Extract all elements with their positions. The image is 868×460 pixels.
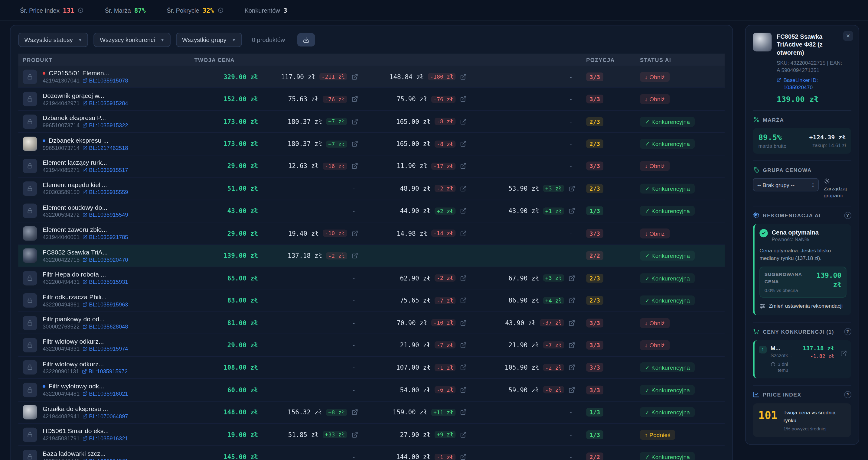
table-row[interactable]: Element łączący rurk... 421944085271 BL:… bbox=[18, 155, 725, 178]
table-row[interactable]: Filtr piankowy do od... 300002763522 BL:… bbox=[18, 312, 725, 334]
baselinker-link[interactable]: BL:1035915517 bbox=[82, 167, 128, 173]
competitors-filter-select[interactable]: Wszyscy konkurenci ▼ bbox=[94, 33, 170, 47]
external-link-icon[interactable] bbox=[460, 96, 467, 102]
info-icon[interactable] bbox=[217, 7, 223, 13]
external-link-icon[interactable] bbox=[460, 73, 467, 80]
competitor-price: 180.37 zł bbox=[288, 140, 322, 148]
external-link-icon[interactable] bbox=[460, 275, 467, 282]
close-icon[interactable]: × bbox=[843, 31, 853, 41]
baselinker-link[interactable]: BL:1035916321 bbox=[82, 435, 128, 441]
baselinker-link[interactable]: BL:1035915322 bbox=[82, 122, 128, 128]
external-link-icon[interactable] bbox=[568, 342, 575, 349]
download-button[interactable] bbox=[297, 33, 315, 46]
table-row[interactable]: Element obudowy do... 432200534272 BL:10… bbox=[18, 200, 725, 223]
external-link-icon[interactable] bbox=[351, 230, 358, 237]
baselinker-link[interactable]: BL:1035920470 bbox=[82, 257, 128, 263]
external-link-icon[interactable] bbox=[460, 454, 467, 460]
baselinker-link[interactable]: BL:1217462518 bbox=[82, 145, 128, 151]
product-id: 432200422715 bbox=[43, 257, 80, 263]
external-link-icon[interactable] bbox=[460, 364, 467, 371]
chart-icon bbox=[753, 391, 760, 398]
baselinker-link[interactable]: BL:1035914961 bbox=[82, 458, 128, 460]
external-link-icon[interactable] bbox=[460, 431, 467, 438]
grupa-cenowa-section: GRUPA CENOWA -- Brak grupy -- ▲▼ Zarządz… bbox=[753, 161, 851, 199]
external-link-icon[interactable] bbox=[568, 364, 575, 371]
external-link-icon[interactable] bbox=[568, 320, 575, 326]
baselinker-link[interactable]: BL:1035915972 bbox=[82, 368, 128, 374]
chevron-down-icon: ▼ bbox=[78, 38, 82, 42]
baselinker-link[interactable]: BL:1035915931 bbox=[82, 279, 128, 285]
external-link-icon[interactable] bbox=[351, 163, 358, 169]
manage-groups-button[interactable]: Zarządzaj grupami bbox=[824, 178, 852, 199]
groups-filter-select[interactable]: Wszystkie grupy ▼ bbox=[176, 33, 242, 47]
baselinker-link[interactable]: BL:1035921785 bbox=[82, 234, 128, 240]
competitor-price-cell: - bbox=[469, 73, 577, 80]
external-link-icon[interactable] bbox=[351, 118, 358, 125]
table-row[interactable]: Dzbanek ekspresu ... 996510073714 BL:121… bbox=[18, 133, 725, 155]
table-row[interactable]: Baza ładowarki szcz... 423501040441 BL:1… bbox=[18, 446, 725, 460]
table-row[interactable]: Grzałka do ekspresu ... 421944082941 BL:… bbox=[18, 401, 725, 424]
external-link-icon[interactable] bbox=[351, 252, 358, 259]
table-row[interactable]: Element zaworu zbio... 421944040061 BL:1… bbox=[18, 223, 725, 245]
external-link-icon[interactable] bbox=[351, 73, 358, 80]
competitor-card[interactable]: 1 M... Szczotk... 3 dni temu 137.18 zł -… bbox=[753, 340, 851, 378]
current-price: 139.00 zł bbox=[777, 95, 843, 103]
recommendation-settings-link[interactable]: Zmień ustawienia rekomendacji bbox=[760, 302, 846, 309]
external-link-icon[interactable] bbox=[460, 387, 467, 393]
table-row[interactable]: Filtr Hepa do robota ... 432200494431 BL… bbox=[18, 267, 725, 290]
baselinker-link[interactable]: BL:1035915559 bbox=[82, 190, 128, 196]
position-badge: 3/3 bbox=[586, 72, 603, 81]
external-link-icon[interactable] bbox=[460, 140, 467, 147]
table-row[interactable]: FC8052 Ssawka TriA... 432200422715 BL:10… bbox=[18, 245, 725, 267]
external-link-icon[interactable] bbox=[460, 230, 467, 237]
competitor-price-cell: 59.90 zł -0 zł bbox=[469, 386, 577, 394]
baselinker-link[interactable]: BL:1035915284 bbox=[82, 100, 128, 106]
product-image bbox=[753, 33, 772, 52]
baselinker-link[interactable]: BL:1035915974 bbox=[82, 346, 128, 352]
price-group-select[interactable]: -- Brak grupy -- ▲▼ bbox=[753, 178, 819, 192]
external-link-icon[interactable] bbox=[460, 297, 467, 304]
external-link-icon[interactable] bbox=[568, 208, 575, 214]
external-link-icon[interactable] bbox=[351, 431, 358, 438]
table-header: PRODUKT TWOJA CENA POZYCJA STATUS AI bbox=[18, 54, 725, 66]
table-row[interactable]: Filtr wlotowy odkurz... 432200494331 BL:… bbox=[18, 334, 725, 357]
table-row[interactable]: HD5061 Smar do eks... 421945031791 BL:10… bbox=[18, 424, 725, 446]
external-link-icon[interactable] bbox=[568, 387, 575, 393]
baselinker-link[interactable]: BL:1035916021 bbox=[82, 391, 128, 397]
external-link-icon[interactable] bbox=[460, 342, 467, 349]
external-link-icon[interactable] bbox=[840, 350, 847, 357]
external-link-icon[interactable] bbox=[460, 208, 467, 214]
table-row[interactable]: Filtr odkurzacza Phili... 432200494361 B… bbox=[18, 290, 725, 312]
table-row[interactable]: Dzbanek ekspresu P... 996510073714 BL:10… bbox=[18, 110, 725, 133]
external-link-icon[interactable] bbox=[460, 163, 467, 169]
status-filter-select[interactable]: Wszystkie statusy ▼ bbox=[18, 33, 88, 47]
external-link-icon[interactable] bbox=[568, 297, 575, 304]
help-icon[interactable]: ? bbox=[844, 212, 851, 219]
external-link-icon[interactable] bbox=[460, 185, 467, 192]
external-link-icon[interactable] bbox=[460, 320, 467, 326]
table-row[interactable]: Filtr wlotowy odkurz... 432200901131 BL:… bbox=[18, 357, 725, 379]
help-icon[interactable]: ? bbox=[844, 391, 851, 398]
external-link-icon[interactable] bbox=[351, 409, 358, 416]
baselinker-id-link[interactable]: BaseLinker ID: 1035920470 bbox=[777, 77, 843, 91]
external-link-icon[interactable] bbox=[351, 96, 358, 102]
external-link-icon[interactable] bbox=[460, 118, 467, 125]
external-link-icon[interactable] bbox=[568, 275, 575, 282]
baselinker-link[interactable]: BL:1035915078 bbox=[82, 78, 128, 84]
baselinker-link[interactable]: BL:1035915963 bbox=[82, 301, 128, 307]
info-icon[interactable] bbox=[78, 7, 84, 13]
baselinker-link[interactable]: BL:1035628048 bbox=[82, 324, 128, 330]
baselinker-link[interactable]: BL:1035915549 bbox=[82, 212, 128, 218]
table-row[interactable]: Dozownik gorącej w... 421944042971 BL:10… bbox=[18, 88, 725, 110]
external-link-icon[interactable] bbox=[460, 409, 467, 416]
external-link-icon[interactable] bbox=[568, 185, 575, 192]
baselinker-link[interactable]: BL:1070064897 bbox=[82, 413, 128, 419]
help-icon[interactable]: ? bbox=[844, 328, 851, 335]
table-row[interactable]: CP0155/01 Elemen... 421941307041 BL:1035… bbox=[18, 66, 725, 88]
table-row[interactable]: Filtr wylotowy odk... 432200494481 BL:10… bbox=[18, 379, 725, 401]
metric-label: Śr. Price Index bbox=[20, 7, 60, 13]
external-link-icon[interactable] bbox=[351, 140, 358, 147]
table-row[interactable]: Element napędu kieli... 420303589150 BL:… bbox=[18, 178, 725, 200]
competitor-price-cell: 156.32 zł +8 zł bbox=[262, 408, 361, 416]
competitor-price-cell: - bbox=[469, 163, 577, 169]
